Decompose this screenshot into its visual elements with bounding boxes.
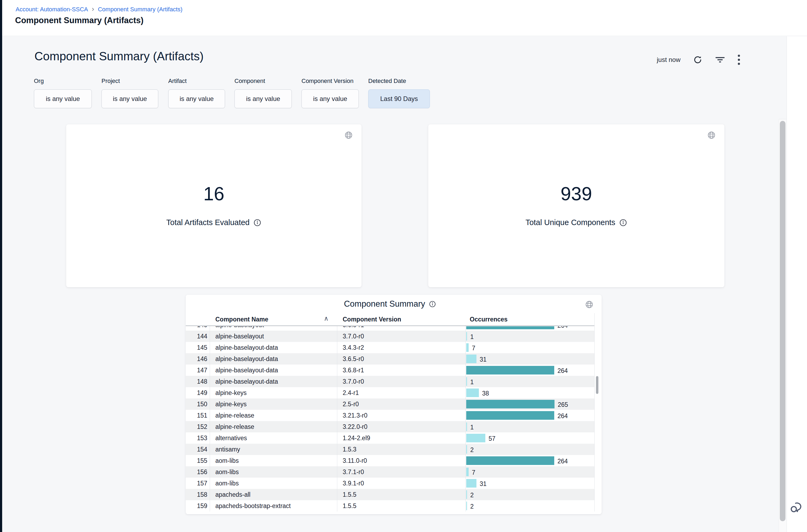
table-row: 147alpine-baselayout-data3.6.8-r1264 <box>186 364 594 376</box>
column-header-occurrences[interactable]: Occurrences <box>470 313 508 325</box>
row-index: 158 <box>186 489 207 500</box>
breadcrumb-account-link[interactable]: Account: Automation-SSCA <box>16 6 88 13</box>
total-components-label: Total Unique Components <box>428 218 724 227</box>
support-chat-icon[interactable] <box>789 500 804 516</box>
occurrence-bar <box>466 501 467 510</box>
row-index: 146 <box>186 353 207 364</box>
filter-icon[interactable] <box>715 55 725 64</box>
table-row: 148alpine-baselayout-data3.7.0-r01 <box>186 376 594 387</box>
globe-icon[interactable] <box>707 131 716 140</box>
component-version-cell: 3.6.8-r1 <box>343 364 364 376</box>
row-index: 143 <box>186 326 207 330</box>
component-version-cell: 3.7.0-r0 <box>343 376 364 387</box>
occurrence-bar <box>466 422 467 431</box>
total-components-value: 939 <box>428 183 724 205</box>
row-index: 148 <box>186 376 207 387</box>
table-row: 154antisamy1.5.32 <box>186 444 594 455</box>
component-name-cell: alpine-baselayout <box>215 330 264 342</box>
filter-label: Org <box>34 78 44 84</box>
filter-button-artifact[interactable]: is any value <box>168 89 225 108</box>
filter-button-component-version[interactable]: is any value <box>302 89 359 108</box>
occurrence-value: 31 <box>480 353 487 364</box>
component-version-cell: 1.5.5 <box>343 500 357 512</box>
page-scrollbar-thumb[interactable] <box>780 121 786 521</box>
occurrence-bar <box>466 332 467 341</box>
table-row: 145alpine-baselayout-data3.4.3-r27 <box>186 342 594 353</box>
info-icon[interactable] <box>253 218 262 227</box>
component-version-cell: 3.9.1-r0 <box>343 478 364 489</box>
dashboard-toolbar: just now <box>657 54 754 66</box>
table-row: 150alpine-keys2.5-r0265 <box>186 398 594 410</box>
sort-ascending-icon[interactable]: ∧ <box>324 315 329 322</box>
component-name-cell: alpine-keys <box>215 387 247 398</box>
component-version-cell: 3.11.0-r0 <box>343 455 367 466</box>
info-icon[interactable] <box>619 218 627 227</box>
column-header-component-name[interactable]: Component Name <box>215 313 268 325</box>
occurrence-bar <box>466 366 554 375</box>
tile-total-components: 939 Total Unique Components <box>428 125 724 287</box>
kebab-menu-icon[interactable] <box>737 54 740 65</box>
occurrence-value: 2 <box>470 489 474 500</box>
occurrence-value: 2 <box>470 500 474 512</box>
row-index: 147 <box>186 364 207 376</box>
component-name-cell: apacheds-all <box>215 489 250 500</box>
component-name-cell: alternatives <box>215 432 247 444</box>
row-index: 156 <box>186 466 207 478</box>
table-row: 156aom-libs3.7.1-r07 <box>186 466 594 478</box>
row-index: 159 <box>186 500 207 512</box>
table-header: Component Name ∧ Component Version Occur… <box>186 313 594 326</box>
component-version-cell: 2.4-r1 <box>343 387 359 398</box>
refresh-icon[interactable] <box>693 55 703 64</box>
component-name-cell: alpine-baselayout-data <box>215 376 278 387</box>
table-row: 146alpine-baselayout-data3.6.5-r031 <box>186 353 594 364</box>
component-version-cell: 3.6.5-r0 <box>343 353 364 364</box>
filter-button-component[interactable]: is any value <box>234 89 292 108</box>
filter-label: Detected Date <box>368 78 406 84</box>
component-version-cell: 1.5.3 <box>343 444 357 455</box>
occurrence-value: 1 <box>470 376 474 387</box>
occurrence-bar <box>466 468 469 476</box>
filter-button-org[interactable]: is any value <box>34 89 92 108</box>
component-name-cell: aom-libs <box>215 466 239 478</box>
occurrence-bar <box>466 434 485 442</box>
component-version-cell: 3.7.1-r0 <box>343 466 364 478</box>
row-index: 151 <box>186 410 207 421</box>
occurrence-value: 38 <box>482 387 489 398</box>
table-row: 151alpine-release3.21.3-r0264 <box>186 410 594 421</box>
row-index: 157 <box>186 478 207 489</box>
occurrence-value: 1 <box>470 421 474 432</box>
component-version-cell: 3.22.0-r0 <box>343 421 367 432</box>
component-name-cell: alpine-baselayout-data <box>215 342 278 353</box>
table-row: 158apacheds-all1.5.52 <box>186 489 594 500</box>
breadcrumb: Account: Automation-SSCA › Component Sum… <box>16 6 182 13</box>
dashboard-title: Component Summary (Artifacts) <box>35 50 204 63</box>
breadcrumb-separator-icon: › <box>92 6 94 12</box>
filter-button-project[interactable]: is any value <box>101 89 158 108</box>
total-artifacts-label: Total Artifacts Evaluated <box>66 218 362 227</box>
occurrence-bar <box>466 326 554 329</box>
globe-icon[interactable] <box>585 300 594 310</box>
breadcrumb-page-link[interactable]: Component Summary (Artifacts) <box>98 6 182 13</box>
occurrence-bar <box>466 388 479 397</box>
row-index: 145 <box>186 342 207 353</box>
occurrence-value: 7 <box>472 466 475 478</box>
partial-row-clip: 143alpine-baselayout3.6.8-r1264 <box>186 326 594 330</box>
top-header: Account: Automation-SSCA › Component Sum… <box>2 0 807 36</box>
page-scrollbar <box>779 119 787 532</box>
column-header-component-version[interactable]: Component Version <box>343 313 401 325</box>
table-title: Component Summary <box>344 299 425 309</box>
table-scrollbar-thumb[interactable] <box>596 376 598 394</box>
component-name-cell: alpine-release <box>215 421 254 432</box>
globe-icon[interactable] <box>344 131 353 140</box>
table-row: 143alpine-baselayout3.6.8-r1264 <box>186 326 594 330</box>
occurrence-value: 264 <box>557 410 568 421</box>
occurrence-value: 57 <box>488 432 496 444</box>
component-name-cell: antisamy <box>215 444 240 455</box>
info-icon[interactable] <box>429 301 436 308</box>
component-name-cell: aom-libs <box>215 455 239 466</box>
occurrence-bar <box>466 400 555 408</box>
column-divider <box>594 313 595 512</box>
occurrence-value: 264 <box>557 455 568 466</box>
component-name-cell: alpine-baselayout-data <box>215 353 278 364</box>
filter-button-detected-date[interactable]: Last 90 Days <box>368 89 430 108</box>
